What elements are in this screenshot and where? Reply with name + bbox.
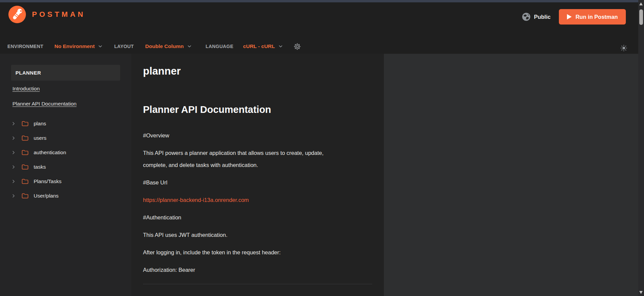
environment-value: No Environment (55, 43, 95, 49)
base-url-link[interactable]: https://planner-backend-i13a.onrender.co… (143, 197, 249, 203)
brand-wordmark: POSTMAN (32, 11, 85, 18)
layout-value: Double Column (145, 43, 184, 49)
token-hint-text: After logging in, include the token in t… (143, 246, 330, 258)
layout-label: LAYOUT (114, 44, 134, 49)
chevron-right-icon (11, 121, 16, 126)
play-icon (567, 14, 572, 19)
overview-label: #Overview (143, 129, 330, 141)
header: POSTMAN Public Run in Postman ENVIRONMEN… (0, 2, 638, 54)
folder-label: users (34, 135, 46, 141)
folder-icon (22, 178, 29, 184)
scrollbar-thumb[interactable] (639, 9, 643, 25)
sidebar-link-introduction[interactable]: Introduction (12, 86, 76, 92)
language-value: cURL - cURL (243, 43, 275, 49)
sidebar-folder-list: plans users authentication tasks Plans/T… (0, 116, 131, 203)
gear-icon (293, 43, 301, 50)
authorization-text: Authorization: Bearer (143, 264, 330, 276)
sidebar-folder-users[interactable]: users (0, 131, 131, 145)
theme-toggle-button[interactable] (620, 44, 628, 53)
doc-settings-toolbar: ENVIRONMENT No Environment LAYOUT Double… (7, 40, 301, 52)
chevron-right-icon (11, 136, 16, 140)
scroll-up-arrow-icon[interactable] (639, 2, 643, 5)
authentication-text: This API uses JWT authentication. (143, 229, 330, 241)
scroll-down-arrow-icon[interactable] (639, 291, 643, 294)
base-url-label: #Base Url (143, 176, 330, 188)
sidebar-folder-tasks[interactable]: tasks (0, 160, 131, 174)
folder-label: Plans/Tasks (34, 178, 62, 184)
postman-brand[interactable]: POSTMAN (8, 6, 85, 23)
sidebar-link-planner-api-documentation[interactable]: Planner API Documentation (12, 101, 76, 107)
sidebar-folder-plans[interactable]: plans (0, 116, 131, 131)
folder-icon (22, 150, 29, 156)
sidebar-folder-user-plans[interactable]: User/plans (0, 188, 131, 203)
folder-label: tasks (34, 164, 46, 170)
page-title: planner (143, 65, 372, 78)
folder-icon (22, 193, 29, 199)
sidebar-folder-authentication[interactable]: authentication (0, 145, 131, 160)
overview-text: This API powers a planner application th… (143, 147, 330, 171)
chevron-right-icon (11, 194, 16, 198)
globe-icon (522, 12, 531, 21)
doc-heading: Planner API Documentation (143, 103, 372, 116)
folder-label: User/plans (34, 193, 59, 199)
environment-dropdown[interactable]: No Environment (55, 43, 103, 49)
collection-name: PLANNER (15, 70, 41, 76)
folder-icon (22, 135, 29, 141)
sidebar-links: Introduction Planner API Documentation (12, 86, 76, 116)
run-in-postman-button[interactable]: Run in Postman (559, 9, 626, 25)
doc-content: planner Planner API Documentation #Overv… (131, 54, 384, 296)
sun-icon (620, 44, 628, 52)
chevron-right-icon (11, 179, 16, 184)
settings-gear-button[interactable] (293, 43, 301, 50)
code-panel-empty (384, 54, 638, 296)
sidebar-folder-plans-tasks[interactable]: Plans/Tasks (0, 174, 131, 188)
environment-label: ENVIRONMENT (7, 44, 43, 49)
top-accent-strip (0, 0, 644, 2)
language-dropdown[interactable]: cURL - cURL (243, 43, 283, 49)
folder-label: plans (34, 121, 46, 127)
sidebar-item-collection[interactable]: PLANNER (11, 65, 120, 81)
doc-sidebar: PLANNER Introduction Planner API Documen… (0, 54, 131, 296)
page-scrollbar[interactable] (638, 0, 644, 296)
header-right-cluster: Public Run in Postman (522, 9, 626, 25)
section-divider (143, 284, 372, 284)
layout-dropdown[interactable]: Double Column (145, 43, 192, 49)
folder-icon (22, 121, 29, 127)
chevron-right-icon (11, 165, 16, 169)
folder-label: authentication (34, 150, 66, 156)
chevron-down-icon (187, 44, 192, 49)
chevron-down-icon (278, 44, 283, 49)
chevron-right-icon (11, 150, 16, 155)
authentication-label: #Authentication (143, 211, 330, 223)
language-label: LANGUAGE (206, 44, 234, 49)
folder-icon (22, 164, 29, 170)
postman-logo-icon (8, 6, 26, 23)
chevron-down-icon (98, 44, 103, 49)
run-button-label: Run in Postman (575, 14, 618, 20)
visibility-badge: Public (534, 14, 551, 20)
